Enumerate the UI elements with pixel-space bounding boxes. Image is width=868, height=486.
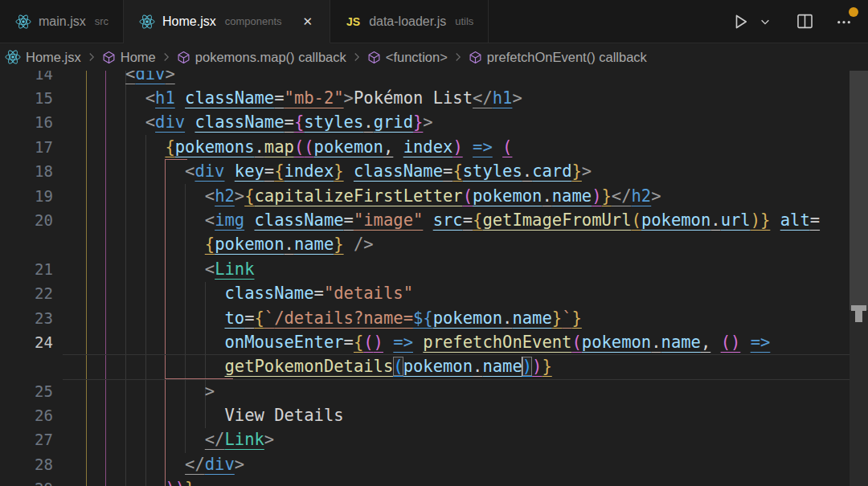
tab-description: src <box>95 15 108 27</box>
code-line[interactable]: 26View Details <box>0 403 868 427</box>
tab-label: Home.jsx <box>162 14 216 29</box>
token: img <box>215 210 244 230</box>
code-line[interactable]: 19<h2>{capitalizeFirstLetter(pokemon.nam… <box>0 184 868 208</box>
run-dropdown-button[interactable] <box>756 13 774 31</box>
token <box>393 137 403 157</box>
token: { <box>255 308 264 328</box>
token: getImageFromUrl <box>482 210 631 230</box>
line-number: 17 <box>0 135 53 159</box>
breadcrumb-item-symbol-2[interactable]: <function> <box>367 50 448 65</box>
split-editor-button[interactable] <box>793 10 817 33</box>
tab-main.jsx[interactable]: main.jsxsrc <box>0 0 124 43</box>
token: < <box>205 186 215 206</box>
token: < <box>205 210 215 230</box>
code-line[interactable]: 21<Link <box>0 257 868 281</box>
token: styles <box>463 161 522 181</box>
token: className <box>255 210 344 230</box>
scrollbar-thumb[interactable] <box>850 71 868 310</box>
play-icon <box>732 13 750 31</box>
token: } <box>334 235 343 254</box>
token: , <box>701 333 710 352</box>
breadcrumb-separator <box>87 52 96 62</box>
tab-Home.jsx[interactable]: Home.jsxcomponents✕ <box>124 0 330 43</box>
token: pokemon <box>215 235 284 254</box>
code-line[interactable]: 27</Link> <box>0 427 868 451</box>
token: </ <box>612 186 632 206</box>
token: h2 <box>632 186 652 206</box>
more-actions-button[interactable] <box>833 10 855 33</box>
token: = <box>314 284 324 303</box>
token: { <box>165 137 174 157</box>
breadcrumb-item-symbol-3[interactable]: prefetchOnEvent() callback <box>469 50 647 65</box>
code-content: 14<div>15<h1 className="mb-2">Pokémon Li… <box>0 71 868 486</box>
token: > <box>165 71 174 84</box>
code-line[interactable]: {pokemon.name} /> <box>0 232 868 256</box>
code-line[interactable]: 29))} <box>0 476 868 486</box>
token: = <box>344 210 354 230</box>
token: className <box>224 284 313 303</box>
code-text: <div key={index} className={styles.card}… <box>66 159 592 183</box>
token: ( <box>294 137 304 157</box>
line-number: 21 <box>0 257 53 281</box>
line-number: 18 <box>0 159 53 183</box>
token: } <box>760 210 770 230</box>
token <box>344 161 354 181</box>
token: h2 <box>215 186 235 206</box>
breadcrumb-item-symbol-1[interactable]: pokemons.map() callback <box>177 50 346 65</box>
token: to <box>224 308 244 328</box>
breadcrumb-label: Home.jsx <box>26 50 81 65</box>
code-line[interactable]: 18<div key={index} className={styles.car… <box>0 159 868 183</box>
chevron-right-icon <box>453 52 463 62</box>
token: </ <box>205 430 225 449</box>
token <box>423 210 432 230</box>
token <box>383 333 393 352</box>
token: pokemons <box>175 137 255 157</box>
code-line[interactable]: 28</div> <box>0 452 868 476</box>
token <box>710 333 720 352</box>
token: = <box>274 88 284 108</box>
token <box>344 235 354 254</box>
breadcrumb-item-symbol-0[interactable]: Home <box>102 50 156 65</box>
token: map <box>264 137 294 157</box>
token: => <box>751 333 771 352</box>
tab-data-loader.js[interactable]: JSdata-loader.jsutils <box>330 0 489 43</box>
react-icon <box>138 13 155 30</box>
token: Pokémon List <box>354 88 473 108</box>
run-button[interactable] <box>729 10 753 34</box>
code-text: <img className="image" src={getImageFrom… <box>66 208 820 232</box>
token: < <box>145 112 155 132</box>
breadcrumb: Home.jsxHomepokemons.map() callback<func… <box>0 43 868 71</box>
code-line[interactable]: 17{pokemons.map((pokemon, index) => ( <box>0 135 868 159</box>
line-number: 20 <box>0 208 53 232</box>
tabs-holder: main.jsxsrcHome.jsxcomponents✕JSdata-loa… <box>0 0 489 43</box>
code-text: > <box>66 379 215 403</box>
symbol-module-icon <box>177 51 190 64</box>
code-line[interactable]: 20<img className="image" src={getImageFr… <box>0 208 868 232</box>
token <box>770 210 780 230</box>
code-line[interactable]: 23to={`/details?name=${pokemon.name}`} <box>0 306 868 330</box>
token: div <box>135 71 165 84</box>
code-text: {pokemon.name} /> <box>66 232 374 256</box>
code-text: onMouseEnter={() => prefetchOnEvent(poke… <box>66 330 770 354</box>
scrollbar[interactable] <box>850 71 868 486</box>
token: Link <box>224 430 264 449</box>
token: } <box>334 161 343 181</box>
code-line[interactable]: 15<h1 className="mb-2">Pokémon List</h1> <box>0 86 868 110</box>
code-editor[interactable]: 14<div>15<h1 className="mb-2">Pokémon Li… <box>0 71 868 486</box>
line-number: 19 <box>0 184 53 208</box>
code-line[interactable]: 25> <box>0 379 868 403</box>
token: index <box>403 137 453 157</box>
code-line[interactable]: getPokemonDetails(pokemon.name))} <box>0 354 868 378</box>
code-line[interactable]: 24onMouseEnter={() => prefetchOnEvent(po… <box>0 330 868 354</box>
token: key <box>235 161 264 181</box>
code-line[interactable]: 14<div> <box>0 71 868 86</box>
token: . <box>710 210 720 230</box>
close-tab-icon[interactable]: ✕ <box>301 13 316 31</box>
breadcrumb-item-file[interactable]: Home.jsx <box>5 49 81 65</box>
code-text: </div> <box>66 452 244 476</box>
token: > <box>235 186 244 206</box>
token <box>413 333 423 352</box>
code-line[interactable]: 22className="details" <box>0 281 868 305</box>
symbol-module-icon <box>102 51 116 64</box>
code-line[interactable]: 16<div className={styles.grid}> <box>0 110 868 134</box>
